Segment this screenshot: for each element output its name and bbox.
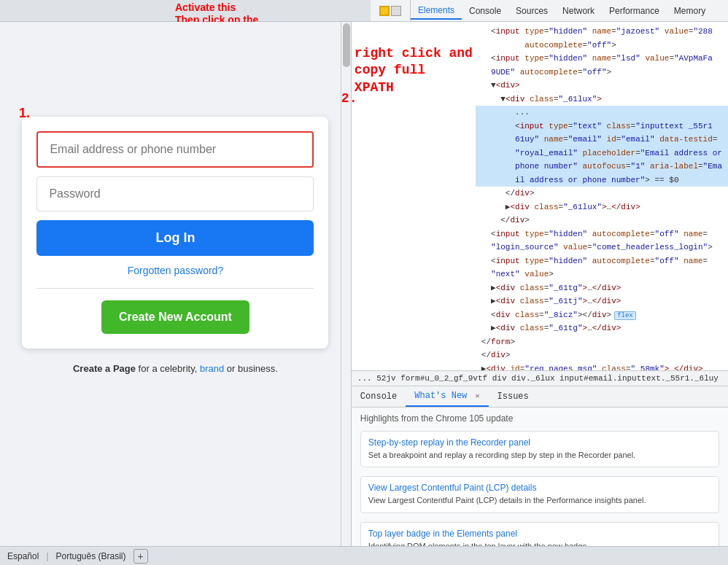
feature-lcp-desc: View Largest Contentful Paint (LCP) deta… [368, 495, 711, 506]
browser-bottom-bar: Español | Português (Brasil) + [0, 546, 728, 565]
main-area: 1. Log In Forgotten password? Create New… [0, 22, 728, 546]
code-line-4: ▼<div> [476, 79, 728, 93]
code-line-hl-0: ... [476, 106, 728, 120]
code-line-0: <input type="hidden" name="jazoest" valu… [476, 25, 728, 39]
lang-espanol[interactable]: Español [7, 551, 39, 561]
login-button[interactable]: Log In [36, 220, 314, 256]
feature-top-layer: Top layer badge in the Elements panel Id… [360, 522, 719, 546]
browser-top-bar: Activate this Then click on the field El… [0, 0, 728, 22]
code-line-6: </div> [476, 187, 728, 200]
code-line-2: <input type="hidden" name="lsd" value="A… [476, 52, 728, 66]
create-page-for: for a celebrity, [139, 363, 200, 374]
step-2-label: 2. [341, 91, 357, 106]
create-page-end: or business. [227, 363, 278, 374]
code-line-12: "next" value> [476, 268, 728, 281]
devtools-bottom-panel: Console What's New ✕ Issues Highlights f… [352, 386, 728, 546]
create-page-label: Create a Page [73, 363, 136, 374]
code-line-18: </div> [476, 348, 728, 362]
create-page-text: Create a Page for a celebrity, brand or … [73, 363, 278, 374]
add-tab-button[interactable]: + [133, 549, 148, 564]
tab-console[interactable]: Console [462, 3, 508, 19]
close-whats-new-icon[interactable]: ✕ [476, 392, 480, 400]
create-account-button[interactable]: Create New Account [101, 300, 249, 334]
feature-lcp: View Largest Contentful Paint (LCP) deta… [360, 476, 719, 513]
login-box: Log In Forgotten password? Create New Ac… [22, 117, 328, 348]
code-line-16: ▶<div class="_61tg">…</div> [476, 322, 728, 335]
scroll-thumb[interactable] [343, 23, 350, 67]
bottom-tab-issues[interactable]: Issues [489, 387, 538, 406]
devtools-breadcrumb: ... 52jv form#u_0_2_gf_9vtf div div._6lu… [352, 370, 728, 386]
code-line-17: </form> [476, 335, 728, 349]
code-line-8: </div> [476, 214, 728, 227]
tab-sources[interactable]: Sources [508, 3, 555, 19]
feature-recorder-link[interactable]: Step-by-step replay in the Recorder pane… [368, 437, 711, 448]
code-line-11: <input type="hidden" autocomplete="off" … [476, 254, 728, 268]
feature-top-layer-desc: Identifying DOM elements in the top laye… [368, 541, 711, 546]
code-line-7: ▶<div class="_61lux">…</div> [476, 200, 728, 214]
devtools-bottom-tabs: Console What's New ✕ Issues [352, 386, 728, 408]
tab-memory[interactable]: Memory [667, 3, 713, 19]
email-input[interactable] [38, 133, 312, 166]
tab-performance[interactable]: Performance [602, 3, 667, 19]
code-line-hl-1: <input type="text" class="inputtext _55r… [476, 120, 728, 133]
tab-network[interactable]: Network [555, 3, 602, 19]
code-line-13: ▶<div class="_61tg">…</div> [476, 281, 728, 295]
brand-link[interactable]: brand [200, 363, 224, 374]
tab-elements[interactable]: Elements [411, 2, 462, 20]
feature-top-layer-link[interactable]: Top layer badge in the Elements panel [368, 529, 711, 539]
divider [36, 288, 314, 289]
feature-lcp-link[interactable]: View Largest Contentful Paint (LCP) deta… [368, 483, 711, 493]
lang-portugues[interactable]: Português (Brasil) [56, 551, 126, 561]
feature-recorder-desc: Set a breakpoint and replay a recording … [368, 450, 711, 461]
devtools-code-view: <input type="hidden" name="jazoest" valu… [352, 22, 728, 370]
forgotten-password-link[interactable]: Forgotten password? [36, 265, 314, 276]
step-1-label: 1. [19, 106, 30, 121]
instruction-line1: Activate this [175, 1, 236, 13]
code-line-hl-2: 61uy" name="email" id="email" data-testi… [476, 133, 728, 147]
bottom-tab-console[interactable]: Console [352, 387, 406, 406]
code-line-1: autocomplete="off"> [476, 39, 728, 52]
devtools-icon-selector[interactable] [371, 0, 411, 22]
code-line-3: 9UDE" autocomplete="off"> [476, 66, 728, 79]
bottom-tab-whats-new[interactable]: What's New ✕ [406, 386, 488, 407]
password-input[interactable] [36, 176, 314, 211]
code-line-14: ▶<div class="_61tj">…</div> [476, 295, 728, 308]
code-line-hl-4: phone number" autofocus="1" aria-label="… [476, 160, 728, 174]
code-line-5: ▼<div class="_61lux"> [476, 93, 728, 106]
chrome-update-title: Highlights from the Chrome 105 update [360, 413, 719, 424]
code-line-19: ▶<div id="reg_pages_msg" class="_58mk">…… [476, 362, 728, 371]
code-line-15: <div class="_8icz"></div>flex [476, 308, 728, 322]
devtools-panel: right click and copy full XPATH 2. <inpu… [351, 22, 728, 546]
facebook-panel: 1. Log In Forgotten password? Create New… [0, 22, 351, 546]
devtools-panel-tabs: Elements Console Sources Network Perform… [371, 0, 728, 22]
code-line-hl-5: il address or phone number"> == $0 [476, 174, 728, 187]
code-line-9: <input type="hidden" autocomplete="off" … [476, 227, 728, 241]
code-line-10: "login_source" value="comet_headerless_l… [476, 241, 728, 254]
code-line-hl-3: "royal_email" placeholder="Email address… [476, 147, 728, 160]
devtools-bottom-content: Highlights from the Chrome 105 update St… [352, 408, 728, 546]
email-input-container [36, 131, 314, 168]
feature-recorder: Step-by-step replay in the Recorder pane… [360, 431, 719, 467]
